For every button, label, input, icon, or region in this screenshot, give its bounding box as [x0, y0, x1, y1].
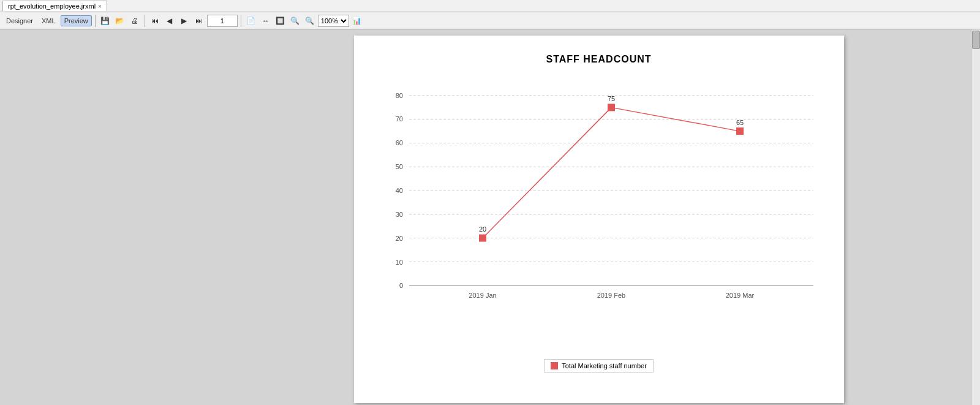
doc-area: STAFF HEADCOUNT [227, 29, 971, 405]
fit-width-btn[interactable]: ↔ [259, 14, 273, 28]
line-feb-mar [611, 107, 740, 131]
legend-label: Total Marketing staff number [562, 362, 647, 369]
open-icon-btn[interactable]: 📂 [113, 14, 127, 28]
save-icon-btn[interactable]: 💾 [99, 14, 112, 28]
fit-actual-btn[interactable]: 🔲 [274, 14, 287, 28]
point-feb [608, 104, 615, 111]
designer-btn[interactable]: Designer [2, 15, 37, 26]
export-btn[interactable]: 📊 [350, 14, 364, 28]
y-label-50: 50 [395, 163, 402, 170]
y-label-80: 80 [395, 92, 402, 99]
preview-btn[interactable]: Preview [61, 15, 92, 26]
point-mar [736, 127, 744, 135]
zoom-out-btn[interactable]: 🔍 [288, 14, 302, 28]
close-tab-icon[interactable]: × [98, 3, 102, 10]
y-label-70: 70 [395, 115, 402, 123]
data-label-mar: 65 [736, 119, 743, 126]
first-page-btn[interactable]: ⏮ [148, 14, 162, 28]
file-tab-label: rpt_evolution_employee.jrxml [8, 2, 96, 10]
x-label-jan: 2019 Jan [469, 292, 496, 299]
fit-page-btn[interactable]: 📄 [244, 14, 258, 28]
x-label-feb: 2019 Feb [597, 292, 625, 299]
line-jan-feb [483, 107, 611, 238]
y-label-0: 0 [399, 282, 402, 289]
y-label-30: 30 [395, 211, 402, 218]
zoom-in-btn[interactable]: 🔍 [303, 14, 317, 28]
chart-legend: Total Marketing staff number [372, 359, 826, 373]
last-page-btn[interactable]: ⏭ [192, 14, 206, 28]
separator-1 [95, 15, 96, 27]
main-layout: STAFF HEADCOUNT [0, 29, 980, 405]
print-icon-btn[interactable]: 🖨 [128, 14, 141, 28]
scrollbar-thumb[interactable] [972, 31, 980, 49]
left-panel [0, 29, 227, 405]
toolbar: Designer XML Preview 💾 📂 🖨 ⏮ ◀ ▶ ⏭ 📄 ↔ 🔲… [0, 12, 980, 29]
legend-item-marketing: Total Marketing staff number [544, 359, 654, 373]
y-label-40: 40 [395, 187, 402, 194]
x-label-mar: 2019 Mar [725, 292, 754, 299]
file-tab[interactable]: rpt_evolution_employee.jrxml × [2, 1, 107, 11]
separator-2 [145, 15, 145, 27]
title-bar: rpt_evolution_employee.jrxml × [0, 0, 980, 12]
prev-page-btn[interactable]: ◀ [163, 14, 176, 28]
y-label-60: 60 [395, 139, 402, 146]
data-label-feb: 75 [607, 95, 614, 102]
right-panel [971, 29, 980, 405]
legend-color-box [551, 362, 558, 369]
line-chart-svg: 80 70 60 50 40 30 20 10 0 2019 Jan 2019 … [372, 77, 826, 335]
y-label-10: 10 [395, 259, 402, 266]
point-jan [479, 235, 486, 242]
next-page-btn[interactable]: ▶ [178, 14, 191, 28]
y-label-20: 20 [395, 235, 402, 242]
report-page: STAFF HEADCOUNT [354, 36, 844, 403]
chart-area: 80 70 60 50 40 30 20 10 0 2019 Jan 2019 … [372, 77, 826, 353]
separator-3 [241, 15, 241, 27]
page-number-input[interactable] [207, 15, 238, 27]
scrollbar[interactable] [971, 29, 980, 405]
zoom-select[interactable]: 100% 50% 75% 125% 150% 200% [318, 15, 349, 27]
data-label-jan: 20 [478, 225, 486, 233]
xml-btn[interactable]: XML [38, 15, 59, 26]
chart-title: STAFF HEADCOUNT [372, 54, 826, 65]
